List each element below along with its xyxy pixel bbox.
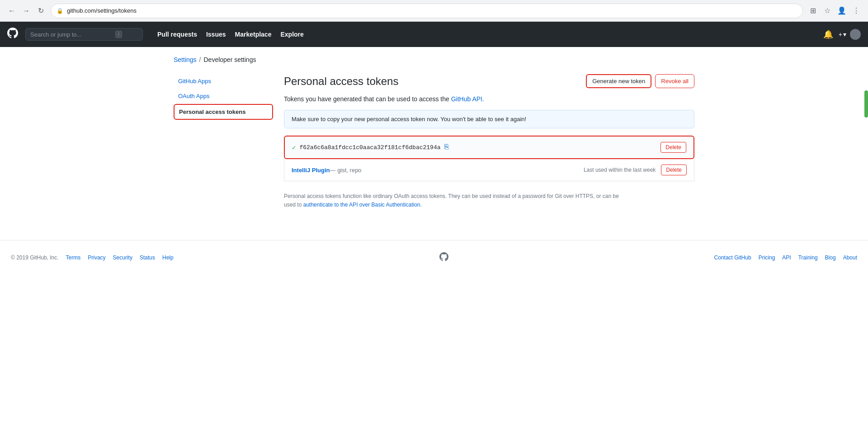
- token-value-container: ✓ f62a6c6a8a1fdcc1c0aaca32f181cf6dbac219…: [292, 143, 449, 151]
- description-text: Tokens you have generated that can be us…: [284, 95, 451, 103]
- main-nav: Pull requests Issues Marketplace Explore: [154, 28, 307, 41]
- footer-link-terms[interactable]: Terms: [66, 254, 81, 261]
- token-last-used: Last used within the last week: [584, 167, 656, 173]
- footer-link-contact-github[interactable]: Contact GitHub: [714, 254, 751, 261]
- footer-left: © 2019 GitHub, Inc. Terms Privacy Securi…: [11, 254, 174, 261]
- sidebar-item-github-apps[interactable]: GitHub Apps: [174, 74, 273, 88]
- github-logo[interactable]: [7, 28, 18, 41]
- nav-issues[interactable]: Issues: [203, 28, 230, 41]
- footer-github-logo: [439, 251, 448, 264]
- address-bar[interactable]: 🔒 github.com/settings/tokens: [51, 4, 803, 18]
- page-title: Personal access tokens: [284, 75, 398, 88]
- footer-link-training[interactable]: Training: [798, 254, 818, 261]
- footer-note-text-2: used to: [284, 202, 303, 208]
- footer-link-api[interactable]: API: [782, 254, 791, 261]
- profile-icon[interactable]: 👤: [835, 5, 848, 17]
- generate-new-token-button[interactable]: Generate new token: [586, 74, 651, 88]
- nav-pull-requests[interactable]: Pull requests: [154, 28, 201, 41]
- footer-note: Personal access tokens function like ord…: [284, 192, 694, 209]
- nav-marketplace[interactable]: Marketplace: [231, 28, 275, 41]
- description: Tokens you have generated that can be us…: [284, 95, 694, 103]
- back-button[interactable]: ←: [5, 5, 18, 17]
- bookmark-icon[interactable]: ☆: [821, 5, 834, 17]
- sidebar-item-personal-access-tokens[interactable]: Personal access tokens: [174, 104, 273, 120]
- main-content: Personal access tokens Generate new toke…: [284, 74, 694, 209]
- token-delete-button-2[interactable]: Delete: [661, 165, 687, 175]
- token-item-right: Last used within the last week Delete: [584, 165, 687, 175]
- header-actions: Generate new token Revoke all: [586, 74, 694, 88]
- header-right: 🔔 + ▾: [821, 28, 861, 41]
- browser-chrome: ← → ↻ 🔒 github.com/settings/tokens ⊞ ☆ 👤…: [0, 0, 868, 22]
- alert-text: Make sure to copy your new personal acce…: [292, 116, 526, 122]
- token-item-intellij: IntelliJ Plugin— gist, repo Last used wi…: [284, 159, 694, 181]
- token-value-text: f62a6c6a8a1fdcc1c0aaca32f181cf6dbac2194a: [299, 144, 440, 151]
- token-delete-button-1[interactable]: Delete: [660, 142, 686, 153]
- notifications-bell[interactable]: 🔔: [821, 28, 835, 41]
- token-name: IntelliJ Plugin— gist, repo: [292, 166, 362, 174]
- auth-link[interactable]: authenticate to the API over Basic Authe…: [303, 202, 422, 208]
- main-container: Settings / Developer settings GitHub App…: [163, 47, 705, 218]
- footer-link-about[interactable]: About: [843, 254, 857, 261]
- breadcrumb-settings[interactable]: Settings: [174, 56, 197, 63]
- breadcrumb-separator: /: [199, 56, 201, 63]
- footer-link-security[interactable]: Security: [113, 254, 132, 261]
- user-avatar[interactable]: [850, 29, 861, 40]
- revoke-all-button[interactable]: Revoke all: [655, 74, 694, 88]
- plus-chevron: ▾: [843, 31, 846, 38]
- nav-explore[interactable]: Explore: [277, 28, 307, 41]
- sidebar: GitHub Apps OAuth Apps Personal access t…: [174, 74, 273, 209]
- sidebar-item-oauth-apps[interactable]: OAuth Apps: [174, 89, 273, 103]
- footer-link-help[interactable]: Help: [162, 254, 174, 261]
- footer-copyright: © 2019 GitHub, Inc.: [11, 254, 59, 261]
- page-footer: © 2019 GitHub, Inc. Terms Privacy Securi…: [0, 240, 868, 275]
- footer-link-blog[interactable]: Blog: [825, 254, 836, 261]
- github-header: / Pull requests Issues Marketplace Explo…: [0, 22, 868, 47]
- alert-box: Make sure to copy your new personal acce…: [284, 110, 694, 128]
- search-bar[interactable]: /: [25, 28, 143, 41]
- forward-button[interactable]: →: [20, 5, 33, 17]
- check-icon: ✓: [292, 144, 296, 151]
- plus-label: +: [839, 31, 842, 38]
- page-header: Personal access tokens Generate new toke…: [284, 74, 694, 88]
- token-scopes: — gist, repo: [330, 167, 362, 174]
- scrollbar-indicator[interactable]: [864, 90, 868, 118]
- footer-link-status[interactable]: Status: [140, 254, 155, 261]
- footer-link-pricing[interactable]: Pricing: [759, 254, 775, 261]
- token-name-link[interactable]: IntelliJ Plugin: [292, 167, 330, 174]
- footer-note-text-1: Personal access tokens function like ord…: [284, 193, 619, 199]
- footer-right: Contact GitHub Pricing API Training Blog…: [714, 254, 857, 261]
- token-item-left: IntelliJ Plugin— gist, repo: [292, 166, 362, 174]
- breadcrumb-current: Developer settings: [203, 56, 256, 63]
- new-menu-button[interactable]: + ▾: [839, 31, 846, 38]
- new-token-row: ✓ f62a6c6a8a1fdcc1c0aaca32f181cf6dbac219…: [284, 136, 694, 159]
- content-layout: GitHub Apps OAuth Apps Personal access t…: [174, 74, 694, 209]
- footer-link-privacy[interactable]: Privacy: [88, 254, 105, 261]
- translate-icon[interactable]: ⊞: [807, 5, 819, 17]
- browser-nav-buttons: ← → ↻: [5, 5, 47, 17]
- search-input[interactable]: [30, 31, 112, 38]
- copy-icon[interactable]: ⎘: [444, 143, 449, 151]
- search-shortcut: /: [115, 31, 122, 38]
- lock-icon: 🔒: [57, 8, 63, 14]
- github-api-link[interactable]: GitHub API.: [451, 95, 484, 103]
- reload-button[interactable]: ↻: [34, 5, 47, 17]
- browser-action-buttons: ⊞ ☆ 👤 ⋮: [807, 5, 863, 17]
- breadcrumb: Settings / Developer settings: [174, 56, 694, 63]
- url-text: github.com/settings/tokens: [67, 7, 137, 14]
- menu-icon[interactable]: ⋮: [850, 5, 863, 17]
